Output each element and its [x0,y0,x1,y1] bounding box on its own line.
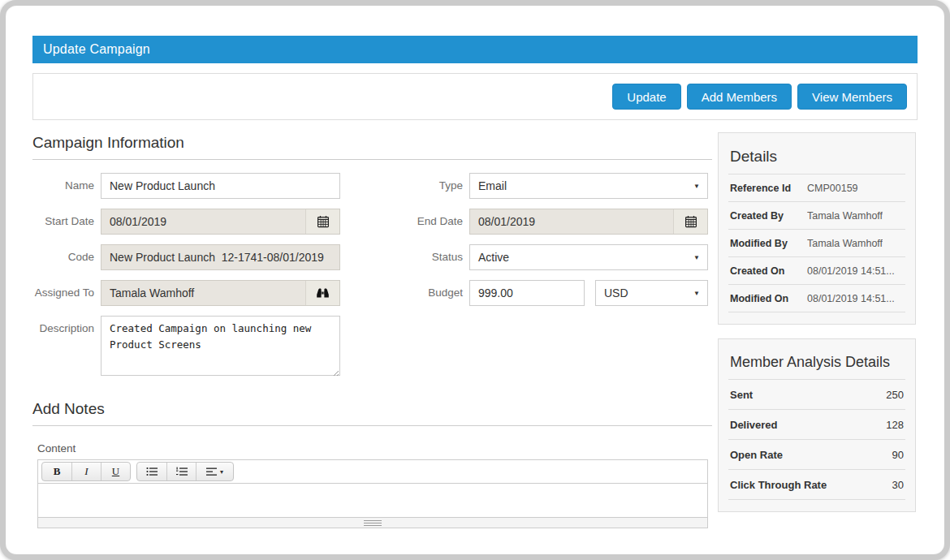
status-select[interactable]: Active ▼ [469,244,708,270]
metric-value: 250 [886,389,904,401]
detail-row-modified-on: Modified On 08/01/2019 14:51... [728,285,905,312]
detail-label: Created On [730,265,807,277]
type-select-value: Email [478,179,507,192]
detail-row-modified-by: Modified By Tamala Wamhoff [728,230,905,257]
end-date-label: End Date [340,209,469,235]
bullet-list-icon [146,467,158,476]
detail-label: Modified By [730,238,807,249]
code-field-wrap [101,244,340,270]
content-label: Content [37,442,712,454]
start-date-input[interactable] [101,209,305,234]
status-select-value: Active [478,251,509,264]
metric-value: 128 [886,419,904,431]
name-label: Name [32,173,101,199]
chevron-down-icon: ▼ [693,254,700,261]
metric-label: Delivered [730,419,778,431]
detail-row-created-by: Created By Tamala Wamhoff [728,202,905,230]
detail-row-reference-id: Reference Id CMP00159 [728,174,905,202]
member-analysis-heading: Member Analysis Details [728,347,905,380]
member-row-delivered: Delivered 128 [728,410,905,440]
add-members-button[interactable]: Add Members [687,84,792,110]
page-title: Update Campaign [43,42,150,57]
assigned-to-input[interactable] [101,281,305,305]
budget-label: Budget [340,280,469,306]
metric-value: 90 [892,449,904,461]
start-date-label: Start Date [32,209,101,235]
type-label: Type [340,173,469,199]
details-panel-heading: Details [728,141,905,174]
numbered-list-icon [176,467,188,476]
sidebar: Details Reference Id CMP00159 Created By… [718,132,916,512]
metric-label: Click Through Rate [730,479,827,491]
detail-row-created-on: Created On 08/01/2019 14:51... [728,257,905,285]
member-row-click-through-rate: Click Through Rate 30 [728,470,905,500]
detail-label: Created By [730,210,807,222]
calendar-icon [684,215,697,228]
detail-value: CMP00159 [807,183,858,194]
text-style-button-group: B I U [41,462,131,481]
detail-value: Tamala Wamhoff [807,238,883,249]
currency-select[interactable]: USD ▼ [595,280,708,306]
code-label: Code [32,244,101,270]
member-row-open-rate: Open Rate 90 [728,440,905,470]
page-title-bar: Update Campaign [32,36,918,63]
underline-button[interactable]: U [101,463,130,480]
end-date-input[interactable] [470,209,673,234]
metric-label: Open Rate [730,449,783,461]
detail-value: 08/01/2019 14:51... [807,293,895,304]
status-label: Status [340,244,469,270]
metric-value: 30 [892,479,904,491]
type-select[interactable]: Email ▼ [469,173,708,199]
numbered-list-button[interactable] [166,463,196,480]
details-panel: Details Reference Id CMP00159 Created By… [718,132,916,325]
currency-select-value: USD [604,286,628,299]
align-dropdown-button[interactable]: ▾ [196,463,233,480]
member-row-sent: Sent 250 [728,380,905,410]
end-date-picker-button[interactable] [673,209,707,234]
page-frame: Update Campaign Update Add Members View … [0,0,950,560]
chevron-down-icon: ▼ [693,290,700,297]
campaign-form-grid: Name Type Email ▼ Start Date End Date [32,173,712,379]
add-notes-heading: Add Notes [32,400,712,426]
description-field-wrap: Created Campaign on launching new Produc… [101,316,340,379]
member-analysis-panel: Member Analysis Details Sent 250 Deliver… [718,338,916,512]
name-input[interactable] [101,173,340,199]
notes-rich-text-editor: B I U [37,459,708,528]
view-members-button[interactable]: View Members [797,84,907,110]
chevron-down-icon: ▾ [220,468,223,476]
action-toolbar: Update Add Members View Members [32,73,918,120]
description-textarea[interactable]: Created Campaign on launching new Produc… [101,316,340,376]
binoculars-icon [316,286,330,299]
bold-button[interactable]: B [42,463,71,480]
chevron-down-icon: ▼ [693,183,700,190]
italic-button[interactable]: I [71,463,101,480]
detail-value: Tamala Wamhoff [807,210,883,222]
detail-label: Modified On [730,293,807,304]
calendar-icon [317,215,330,228]
list-align-button-group: ▾ [136,462,234,481]
assigned-to-lookup-button[interactable] [305,281,339,305]
drag-grip-icon [364,520,382,526]
description-label: Description [32,316,101,379]
bullet-list-button[interactable] [137,463,166,480]
detail-label: Reference Id [730,183,807,194]
end-date-field-wrap [469,209,708,235]
campaign-information-heading: Campaign Information [32,134,712,160]
editor-content-area[interactable] [38,484,707,517]
budget-input[interactable] [469,280,585,306]
metric-label: Sent [730,389,753,401]
update-button[interactable]: Update [612,84,680,110]
align-left-icon [206,467,217,476]
start-date-picker-button[interactable] [305,209,339,234]
assigned-to-field-wrap [101,280,340,306]
editor-toolbar: B I U [38,460,707,484]
budget-field-wrap: USD ▼ [469,280,708,306]
editor-resize-bar[interactable] [38,517,707,528]
detail-value: 08/01/2019 14:51... [807,265,895,277]
code-input [101,245,339,269]
name-field-wrap [101,173,340,199]
start-date-field-wrap [101,209,340,235]
campaign-form-section: Campaign Information Name Type Email ▼ S… [32,129,712,528]
assigned-to-label: Assigned To [32,280,101,306]
